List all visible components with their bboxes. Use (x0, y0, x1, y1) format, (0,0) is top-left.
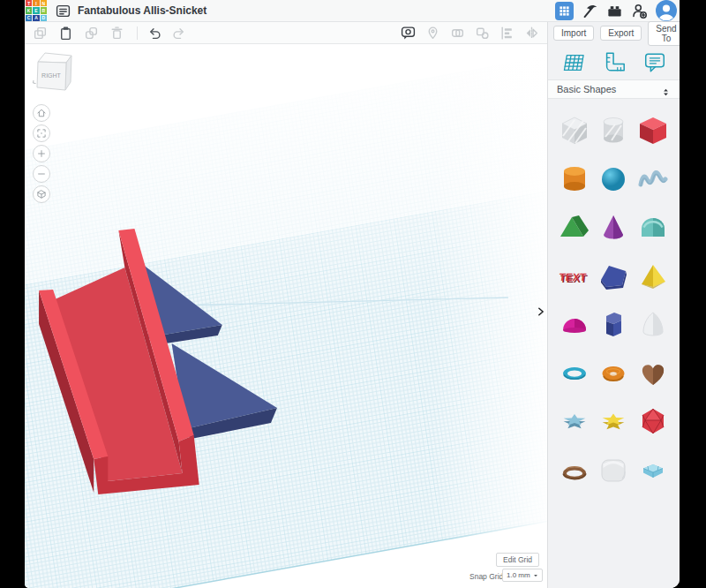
shape-half-sphere[interactable] (556, 308, 593, 342)
shape-star[interactable] (556, 405, 593, 439)
shape-heart[interactable] (635, 357, 672, 390)
shape-cylinder-hole[interactable] (595, 114, 632, 147)
shape-pyramid[interactable] (635, 260, 672, 293)
design-title[interactable]: Fantabulous Allis-Snicket (78, 4, 207, 17)
shapes-grid: TEXTTEXT (548, 99, 680, 494)
brick-icon[interactable] (606, 3, 623, 19)
shape-cylinder[interactable] (556, 162, 593, 196)
fit-view-icon[interactable] (33, 124, 50, 142)
view-cube[interactable]: RIGHT (32, 49, 78, 98)
shape-sphere[interactable] (595, 162, 632, 196)
logo-tile: K (26, 7, 32, 13)
logo-tile: D (41, 15, 47, 21)
send-to-button[interactable]: Send To (648, 21, 680, 46)
edit-grid-button[interactable]: Edit Grid (496, 553, 539, 567)
shape-ring[interactable] (556, 454, 593, 487)
logo-tile: E (33, 7, 39, 13)
toolbar-separator (137, 26, 138, 40)
import-button[interactable]: Import (553, 26, 594, 41)
header-actions (555, 0, 680, 21)
caret-down-icon (533, 573, 538, 578)
snap-grid-dropdown[interactable]: 1.0 mm (502, 569, 543, 582)
shape-jewel[interactable] (635, 454, 672, 487)
grid-apps-icon[interactable] (555, 2, 574, 20)
logo-tile: C (26, 15, 32, 21)
pickaxe-icon[interactable] (582, 3, 598, 19)
duplicate-icon (84, 26, 99, 41)
shape-torus[interactable] (556, 357, 593, 390)
shape-icosahedron[interactable] (635, 405, 672, 439)
person-add-icon[interactable] (631, 3, 648, 19)
updown-icon (661, 85, 671, 94)
edit-toolbar (25, 22, 547, 44)
logo-tile: I (33, 0, 39, 6)
tinkercad-logo[interactable]: TINKERCAD (26, 0, 47, 21)
shape-box-hole[interactable] (556, 114, 593, 147)
shape-box[interactable] (635, 114, 672, 147)
shapes-panel: ImportExportSend To Basic Shapes TEXTTEX… (547, 22, 680, 588)
shape-category-dropdown[interactable]: Basic Shapes (548, 79, 680, 99)
shape-scribble[interactable] (635, 162, 672, 196)
app-header: TINKERCAD Fantabulous Allis-Snicket (25, 0, 680, 22)
undo-icon[interactable] (146, 26, 161, 41)
svg-text:TEXT: TEXT (559, 271, 588, 283)
snap-grid-value: 1.0 mm (507, 571, 530, 579)
avatar[interactable] (656, 0, 677, 21)
delete-icon (109, 26, 124, 41)
shape-round-roof[interactable] (635, 211, 672, 245)
shape-dice[interactable] (595, 454, 632, 487)
shape-category-label: Basic Shapes (557, 84, 616, 94)
shape-cone[interactable] (595, 211, 632, 245)
shape-paraboloid[interactable] (635, 308, 672, 342)
shape-polygon[interactable] (595, 308, 632, 342)
zoom-in-icon[interactable] (33, 145, 50, 162)
shape-star-thick[interactable] (595, 405, 632, 439)
home-icon[interactable] (33, 104, 50, 122)
toolbar-left-group (33, 26, 198, 41)
transfer-buttons: ImportExportSend To (548, 22, 680, 44)
align-icon (499, 26, 514, 41)
app-window: TINKERCAD Fantabulous Allis-Snicket (25, 0, 680, 588)
snap-grid-label: Snap Grid (469, 572, 503, 581)
group-icon (450, 26, 465, 41)
logo-tile: N (41, 0, 47, 6)
logo-tile: R (41, 7, 47, 13)
shape-tube[interactable] (595, 357, 632, 390)
show-all-icon (425, 26, 440, 41)
panel-collapse-chevron-right-icon[interactable] (537, 305, 545, 319)
paste-icon[interactable] (58, 26, 73, 41)
perspective-icon[interactable] (33, 185, 50, 203)
flip-icon (524, 26, 539, 41)
logo-tile: T (26, 0, 32, 6)
ungroup-icon (475, 26, 490, 41)
design-canvas[interactable]: RIGHT Edit Grid Snap Grid 1.0 mm (25, 22, 547, 588)
export-button[interactable]: Export (600, 26, 642, 41)
shape-text[interactable]: TEXTTEXT (556, 260, 593, 293)
view-cube-label: RIGHT (41, 72, 62, 79)
design-properties-icon[interactable] (56, 4, 71, 19)
inspector-icon[interactable] (401, 26, 416, 41)
zoom-out-icon[interactable] (33, 165, 50, 183)
workplane-scene[interactable] (25, 44, 547, 588)
ruler-icon[interactable] (602, 50, 627, 75)
notes-icon[interactable] (642, 50, 667, 75)
toolbar-right-group (391, 26, 539, 41)
main-area: RIGHT Edit Grid Snap Grid 1.0 mm ImportE… (25, 22, 680, 588)
redo-icon (172, 26, 187, 41)
workplane-icon[interactable] (560, 50, 585, 75)
logo-tile: A (33, 15, 39, 21)
panel-tools (548, 44, 680, 79)
copy-icon (33, 26, 48, 41)
shape-wedge[interactable] (595, 260, 632, 293)
shape-roof[interactable] (556, 211, 593, 245)
